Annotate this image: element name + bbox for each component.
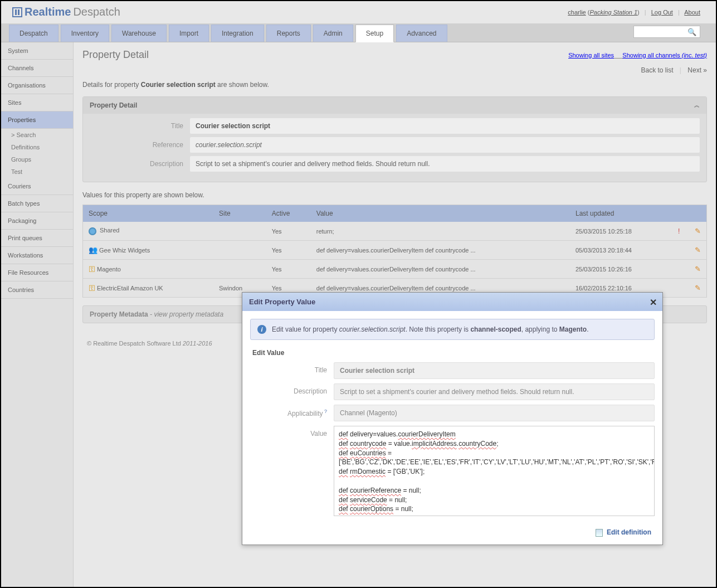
- scope-text: Shared: [100, 227, 119, 234]
- sidebar-item-workstations[interactable]: Workstations: [1, 247, 73, 264]
- logo[interactable]: RealtimeDespatch: [12, 6, 120, 18]
- tab-reports[interactable]: Reports: [266, 25, 311, 42]
- active-cell: Yes: [266, 241, 311, 260]
- header-user-area: charlie (Packing Station 1) | Log Out | …: [568, 9, 700, 16]
- page-title: Property Detail: [82, 49, 149, 61]
- site-cell: [213, 241, 266, 260]
- dialog-title-bar[interactable]: Edit Property Value ✕: [242, 293, 662, 311]
- dlg-label-app: Applicability ?: [250, 405, 334, 417]
- table-row[interactable]: SharedYesreturn;25/03/2015 10:25:18!✎: [83, 222, 707, 241]
- about-link[interactable]: About: [684, 9, 700, 16]
- tab-import[interactable]: Import: [169, 25, 209, 42]
- next-link[interactable]: Next »: [687, 66, 707, 74]
- nav-links: Back to list | Next »: [82, 66, 707, 74]
- sidebar-sub-test[interactable]: Test: [1, 166, 73, 178]
- warning-icon: !: [678, 227, 680, 235]
- col-site[interactable]: Site: [213, 205, 266, 222]
- collapse-icon[interactable]: ︽: [694, 101, 700, 109]
- sidebar-sub-groups[interactable]: Groups: [1, 153, 73, 166]
- tab-warehouse[interactable]: Warehouse: [111, 25, 167, 42]
- channels-link[interactable]: Showing all channels (inc. test): [622, 52, 707, 59]
- logo-text-2: Despatch: [73, 6, 120, 18]
- tab-inventory[interactable]: Inventory: [61, 25, 109, 42]
- table-row[interactable]: 👥 Gee Whiz WidgetsYesdef delivery=values…: [83, 241, 707, 260]
- meta-head: Property Metadata: [90, 310, 148, 318]
- value-cell: return;: [311, 222, 570, 241]
- edit-icon[interactable]: ✎: [695, 227, 701, 235]
- tab-integration[interactable]: Integration: [211, 25, 264, 42]
- info-icon: i: [257, 325, 266, 334]
- scope-text: Gee Whiz Widgets: [99, 247, 150, 254]
- sidebar-sub-search[interactable]: Search: [1, 129, 73, 141]
- col-last-updated[interactable]: Last updated: [570, 205, 672, 222]
- logo-text-1: Realtime: [25, 6, 71, 18]
- dialog-title: Edit Property Value: [249, 298, 315, 306]
- search-icon[interactable]: 🔍: [687, 28, 696, 36]
- dlg-label-title: Title: [250, 362, 334, 374]
- help-icon[interactable]: ?: [323, 409, 327, 414]
- value-description: Script to set a shipment's courier and d…: [190, 156, 700, 172]
- dlg-label-value: Value: [250, 426, 334, 438]
- tab-advanced[interactable]: Advanced: [396, 25, 447, 42]
- col-scope[interactable]: Scope: [83, 205, 214, 222]
- values-subhead: Values for this property are shown below…: [82, 191, 707, 199]
- table-row[interactable]: ⚿ MagentoYesdef delivery=values.courierD…: [83, 260, 707, 279]
- tab-admin[interactable]: Admin: [313, 25, 353, 42]
- edit-value-head: Edit Value: [252, 349, 655, 357]
- dlg-title-field: Courier selection script: [334, 362, 655, 379]
- panel-head[interactable]: Property Detail ︽: [83, 97, 706, 114]
- col-value[interactable]: Value: [311, 205, 570, 222]
- sidebar-item-countries[interactable]: Countries: [1, 281, 73, 299]
- logout-link[interactable]: Log Out: [651, 9, 673, 16]
- sidebar-item-batch-types[interactable]: Batch types: [1, 195, 73, 212]
- active-cell: Yes: [266, 222, 311, 241]
- sidebar-item-file-resources[interactable]: File Resources: [1, 264, 73, 281]
- value-reference: courier.selection.script: [190, 137, 700, 153]
- edit-property-dialog: Edit Property Value ✕ i Edit value for p…: [242, 292, 663, 545]
- sidebar-item-packaging[interactable]: Packaging: [1, 212, 73, 230]
- sidebar-item-couriers[interactable]: Couriers: [1, 178, 73, 195]
- dlg-value-textarea[interactable]: def delivery=values.courierDeliveryItemd…: [334, 426, 655, 516]
- active-cell: Yes: [266, 260, 311, 279]
- sidebar-item-channels[interactable]: Channels: [1, 60, 73, 77]
- key-icon: ⚿: [89, 265, 95, 273]
- sidebar-item-organisations[interactable]: Organisations: [1, 77, 73, 94]
- sidebar-item-sites[interactable]: Sites: [1, 94, 73, 111]
- close-icon[interactable]: ✕: [650, 297, 657, 308]
- edit-definition-link[interactable]: Edit definition: [607, 528, 651, 536]
- col-active[interactable]: Active: [266, 205, 311, 222]
- people-icon: 👥: [89, 246, 97, 254]
- edit-icon[interactable]: ✎: [695, 265, 701, 273]
- sidebar-item-print-queues[interactable]: Print queues: [1, 230, 73, 247]
- scope-text: Magento: [97, 266, 121, 273]
- dlg-label-desc: Description: [250, 383, 334, 395]
- key-icon: ⚿: [89, 284, 95, 292]
- edit-icon[interactable]: ✎: [695, 246, 701, 254]
- value-cell: def delivery=values.courierDeliveryItem …: [311, 260, 570, 279]
- doc-icon: [596, 529, 603, 537]
- global-search[interactable]: 🔍: [633, 26, 700, 38]
- sidebar-item-system[interactable]: System: [1, 42, 73, 60]
- sites-link[interactable]: Showing all sites: [568, 52, 614, 59]
- scope-links: Showing all sites Showing all channels (…: [568, 52, 707, 59]
- updated-cell: 25/03/2015 10:26:16: [570, 260, 672, 279]
- sidebar-item-properties[interactable]: Properties: [1, 111, 73, 129]
- label-reference: Reference: [90, 141, 190, 149]
- header: RealtimeDespatch charlie (Packing Statio…: [1, 1, 716, 23]
- sidebar-sub-definitions[interactable]: Definitions: [1, 141, 73, 153]
- tab-setup[interactable]: Setup: [355, 25, 394, 42]
- value-title: Courier selection script: [190, 118, 700, 134]
- tab-despatch[interactable]: Despatch: [9, 25, 58, 42]
- logo-icon: [12, 7, 22, 17]
- scope-text: ElectricEtail Amazon UK: [97, 285, 163, 291]
- edit-icon[interactable]: ✎: [695, 284, 701, 292]
- details-intro: Details for property Courier selection s…: [82, 81, 707, 89]
- value-cell: def delivery=values.courierDeliveryItem …: [311, 241, 570, 260]
- search-input[interactable]: [637, 28, 687, 35]
- dlg-desc-field: Script to set a shipment's courier and d…: [334, 383, 655, 400]
- station-link[interactable]: Packing Station 1: [589, 9, 637, 16]
- sidebar: SystemChannelsOrganisationsSitesProperti…: [1, 42, 74, 587]
- back-link[interactable]: Back to list: [641, 66, 673, 74]
- user-link[interactable]: charlie: [568, 9, 586, 16]
- values-table: ScopeSiteActiveValueLast updated SharedY…: [82, 205, 707, 298]
